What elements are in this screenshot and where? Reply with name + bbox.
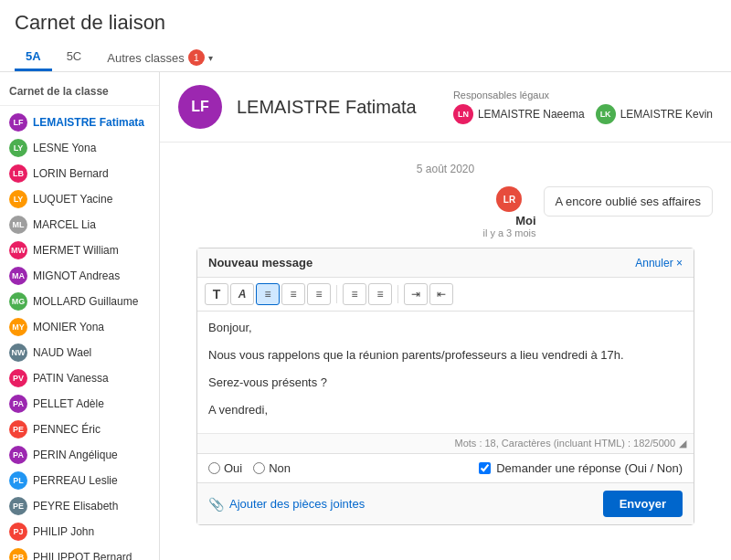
message-input[interactable]: Bonjour, Nous vous rappelons que la réun… — [197, 312, 694, 430]
app-container: Carnet de liaison 5A 5C Autres classes 1… — [0, 0, 731, 560]
checkbox-group: Demander une réponse (Oui / Non) — [479, 461, 683, 475]
student-name: PEYRE Elisabeth — [33, 500, 118, 512]
student-header: LF LEMAISTRE Fatimata Responsables légau… — [160, 72, 731, 143]
chevron-down-icon: ▾ — [208, 53, 213, 63]
attach-link[interactable]: 📎 Ajouter des pièces jointes — [208, 497, 365, 512]
tab-autres-label: Autres classes — [107, 51, 185, 65]
student-name: PHILIP John — [33, 525, 94, 538]
paperclip-icon: 📎 — [208, 497, 224, 512]
radio-oui[interactable]: Oui — [208, 461, 242, 475]
sidebar-item-student[interactable]: LY LESNE Yona — [0, 135, 159, 161]
sidebar-item-student[interactable]: PE PEYRE Elisabeth — [0, 493, 159, 519]
sidebar-item-student[interactable]: MY MONIER Yona — [0, 314, 159, 340]
sidebar-item-student[interactable]: PL PERREAU Leslie — [0, 468, 159, 493]
student-name: LORIN Bernard — [33, 167, 109, 180]
demander-checkbox[interactable] — [479, 462, 491, 474]
student-full-name: LEMAISTRE Fatimata — [237, 97, 417, 118]
toolbar-italic[interactable]: A — [230, 283, 254, 305]
toolbar-list-unordered[interactable]: ≡ — [368, 283, 392, 305]
message-options: Oui Non Demander une réponse (Oui / Non) — [197, 453, 694, 482]
responsables-title: Responsables légaux — [453, 90, 713, 100]
student-avatar-small: PE — [9, 420, 27, 438]
sidebar-item-student[interactable]: PV PATIN Vanessa — [0, 365, 159, 391]
sidebar-item-student[interactable]: LY LUQUET Yacine — [0, 186, 159, 212]
toolbar-align-left[interactable]: ≡ — [281, 283, 305, 305]
sidebar-item-student[interactable]: MW MERMET William — [0, 238, 159, 263]
student-name: MIGNOT Andreas — [33, 269, 120, 282]
toolbar-align-right[interactable]: ≡ — [307, 283, 331, 305]
tab-5C[interactable]: 5C — [56, 44, 93, 71]
sidebar-item-student[interactable]: PE PENNEC Éric — [0, 417, 159, 442]
attach-label: Ajouter des pièces jointes — [229, 497, 365, 511]
student-avatar-small: PA — [9, 446, 27, 464]
radio-non-input[interactable] — [253, 462, 265, 474]
tab-5A[interactable]: 5A — [15, 44, 52, 71]
tab-autres-badge: 1 — [188, 49, 205, 66]
student-name: NAUD Wael — [33, 346, 91, 359]
sidebar-item-student[interactable]: LB LORIN Bernard — [0, 161, 159, 186]
toolbar-separator-2 — [397, 285, 398, 303]
sidebar-item-student[interactable]: ML MARCEL Lia — [0, 212, 159, 238]
header: Carnet de liaison 5A 5C Autres classes 1… — [0, 0, 731, 72]
message-toolbar: T A ≡ ≡ ≡ ≡ ≡ ⇥ ⇤ — [197, 278, 694, 312]
responsable-item: LK LEMAISTRE Kevin — [596, 104, 713, 124]
responsables-list: LN LEMAISTRE Naeema LK LEMAISTRE Kevin — [453, 104, 713, 124]
message-row: A encore oublié ses affaires LR Moi il y… — [178, 186, 713, 238]
toolbar-bold[interactable]: T — [205, 283, 228, 305]
student-avatar-small: PL — [9, 471, 27, 490]
radio-oui-input[interactable] — [208, 462, 220, 474]
responsable-name: LEMAISTRE Naeema — [478, 108, 585, 121]
responsable-avatar: LN — [453, 104, 473, 124]
student-avatar-small: LY — [9, 190, 27, 208]
send-button[interactable]: Envoyer — [603, 491, 683, 517]
message-avatar: LR — [496, 186, 522, 212]
sidebar-item-student[interactable]: NW NAUD Wael — [0, 340, 159, 365]
message-bubble: A encore oublié ses affaires — [544, 186, 713, 217]
radio-non[interactable]: Non — [253, 461, 291, 475]
student-name: MERMET William — [33, 244, 119, 257]
student-avatar-small: LY — [9, 139, 27, 157]
toolbar-align-center[interactable]: ≡ — [256, 283, 280, 305]
student-name: PENNEC Éric — [33, 423, 101, 436]
message-time: il y a 3 mois — [482, 227, 535, 238]
student-name: MONIER Yona — [33, 321, 104, 333]
student-avatar-small: PB — [9, 548, 27, 560]
date-divider: 5 août 2020 — [178, 163, 713, 175]
tab-autres-classes[interactable]: Autres classes 1 ▾ — [96, 44, 224, 71]
sidebar-item-student[interactable]: LF LEMAISTRE Fatimata — [0, 110, 159, 135]
radio-non-label: Non — [269, 461, 291, 475]
new-message-title: Nouveau message — [208, 256, 313, 269]
new-message-box: Nouveau message Annuler × T A ≡ ≡ ≡ — [196, 248, 694, 525]
responsable-item: LN LEMAISTRE Naeema — [453, 104, 585, 124]
sidebar-item-student[interactable]: MG MOLLARD Guillaume — [0, 289, 159, 314]
student-name: MOLLARD Guillaume — [33, 295, 138, 308]
annuler-button[interactable]: Annuler × — [635, 257, 683, 269]
message-meta: Moi il y a 3 mois — [482, 214, 535, 238]
responsable-name: LEMAISTRE Kevin — [620, 108, 713, 121]
student-avatar-small: PV — [9, 369, 27, 387]
student-list: LF LEMAISTRE Fatimata LY LESNE Yona LB L… — [0, 110, 159, 560]
sidebar-title: Carnet de la classe — [0, 79, 159, 106]
resize-handle[interactable]: ◢ — [679, 438, 686, 449]
textarea-stats: Mots : 18, Caractères (incluant HTML) : … — [197, 433, 694, 453]
sidebar-item-student[interactable]: PB PHILIPPOT Bernard — [0, 544, 159, 560]
sidebar-item-student[interactable]: PJ PHILIP John — [0, 519, 159, 544]
tabs-bar: 5A 5C Autres classes 1 ▾ — [15, 44, 716, 71]
sidebar-item-student[interactable]: PA PELLET Adèle — [0, 391, 159, 417]
student-avatar-small: ML — [9, 216, 27, 234]
sidebar-item-student[interactable]: PA PERIN Angélique — [0, 442, 159, 468]
toolbar-list-ordered[interactable]: ≡ — [343, 283, 366, 305]
responsables-section: Responsables légaux LN LEMAISTRE Naeema … — [453, 90, 713, 124]
new-message-footer: 📎 Ajouter des pièces jointes Envoyer — [197, 482, 694, 524]
student-avatar-small: MA — [9, 267, 27, 285]
word-count: Mots : 18, Caractères (incluant HTML) : … — [455, 438, 676, 449]
demander-label: Demander une réponse (Oui / Non) — [496, 461, 683, 475]
toolbar-separator — [336, 285, 337, 303]
student-avatar-small: PJ — [9, 523, 27, 541]
toolbar-indent[interactable]: ⇥ — [404, 283, 428, 305]
sidebar: Carnet de la classe LF LEMAISTRE Fatimat… — [0, 72, 160, 560]
sidebar-item-student[interactable]: MA MIGNOT Andreas — [0, 263, 159, 289]
toolbar-outdent[interactable]: ⇤ — [429, 283, 453, 305]
student-avatar-small: MY — [9, 318, 27, 336]
student-name: PATIN Vanessa — [33, 372, 109, 385]
